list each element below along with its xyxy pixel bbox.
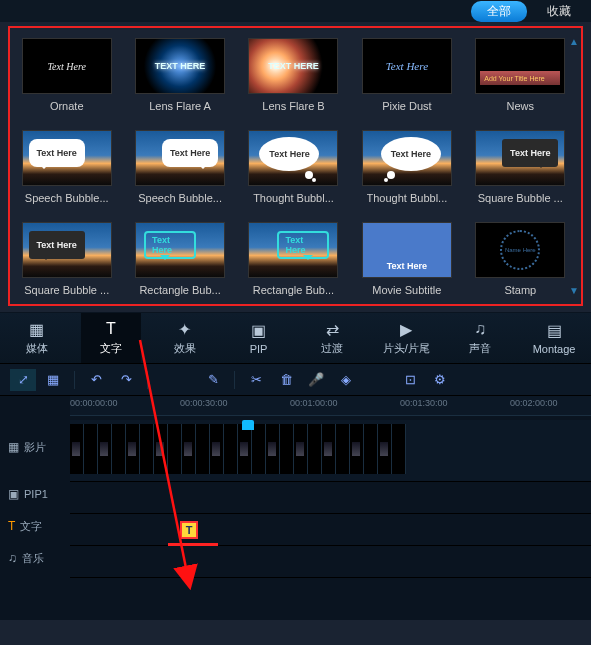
gallery-item-label: News [507,100,535,112]
gallery-thumb: Text Here [22,38,112,94]
video-clip[interactable] [84,424,98,474]
tab-text[interactable]: T文字 [81,313,141,363]
tab-label: 片头/片尾 [383,341,430,356]
tab-effect[interactable]: ✦效果 [155,313,215,363]
video-clip[interactable] [294,424,308,474]
gallery-item-label: Stamp [504,284,536,296]
pip-track-label: ▣PIP1 [0,478,70,510]
gallery-item-4[interactable]: Add Your Title HereNews [474,38,567,112]
music-track[interactable] [70,546,591,578]
gallery-item-3[interactable]: Text HerePixie Dust [360,38,453,112]
text-icon: T [106,320,116,338]
video-clip[interactable] [168,424,182,474]
scroll-down-icon[interactable]: ▼ [569,285,579,296]
gallery-thumb: TEXT HERE [135,38,225,94]
text-track[interactable]: T [70,514,591,546]
separator [234,371,235,389]
video-clip[interactable] [378,424,392,474]
zoom-tool[interactable]: ⤢ [10,369,36,391]
gallery-item-6[interactable]: Text HereSpeech Bubble... [133,130,226,204]
video-clip[interactable] [266,424,280,474]
tab-transition[interactable]: ⇄过渡 [302,313,362,363]
snapshot-button[interactable]: ⊡ [397,369,423,391]
video-clip[interactable] [252,424,266,474]
ruler-tick: 00:00:30:00 [180,398,228,408]
tab-pip[interactable]: ▣PIP [229,313,289,363]
video-track-label: ▦影片 [0,416,70,478]
time-ruler[interactable]: 00:00:00:0000:00:30:0000:01:00:0000:01:3… [70,396,591,416]
gallery-item-label: Speech Bubble... [138,192,222,204]
gallery-thumb: Text Here [135,222,225,278]
gallery-thumb: Text Here [475,130,565,186]
video-track[interactable] [70,420,591,482]
video-clip[interactable] [392,424,406,474]
delete-button[interactable]: 🗑 [273,369,299,391]
intro-icon: ▶ [400,320,412,338]
video-clip[interactable] [224,424,238,474]
gallery-item-2[interactable]: TEXT HERELens Flare B [247,38,340,112]
gallery-item-5[interactable]: Text HereSpeech Bubble... [20,130,113,204]
settings-button[interactable]: ⚙ [427,369,453,391]
gallery-item-14[interactable]: Name HereStamp [474,222,567,296]
gallery-item-label: Movie Subtitle [372,284,441,296]
all-button[interactable]: 全部 [471,1,527,22]
video-clip[interactable] [112,424,126,474]
montage-icon: ▤ [547,322,562,340]
video-clip[interactable] [364,424,378,474]
undo-button[interactable]: ↶ [83,369,109,391]
tab-label: Montage [533,343,576,355]
gallery-item-13[interactable]: Text HereMovie Subtitle [360,222,453,296]
video-clip[interactable] [322,424,336,474]
marker-button[interactable]: ◈ [333,369,359,391]
gallery-thumb: Text Here [362,130,452,186]
video-clip[interactable] [182,424,196,474]
video-clip[interactable] [210,424,224,474]
grid-tool[interactable]: ▦ [40,369,66,391]
gallery-item-9[interactable]: Text HereSquare Bubble ... [474,130,567,204]
video-clip[interactable] [308,424,322,474]
video-clip[interactable] [70,424,84,474]
tab-montage[interactable]: ▤Montage [524,313,584,363]
video-clip[interactable] [98,424,112,474]
gallery-item-10[interactable]: Text HereSquare Bubble ... [20,222,113,296]
gallery-item-0[interactable]: Text HereOrnate [20,38,113,112]
gallery-item-7[interactable]: Text HereThought Bubbl... [247,130,340,204]
favorites-link[interactable]: 收藏 [547,3,571,20]
pip-track[interactable] [70,482,591,514]
redo-button[interactable]: ↷ [113,369,139,391]
gallery-thumb: TEXT HERE [248,38,338,94]
cut-button[interactable]: ✂ [243,369,269,391]
gallery-item-12[interactable]: Text HereRectangle Bub... [247,222,340,296]
tab-label: 过渡 [321,341,343,356]
gallery-item-11[interactable]: Text HereRectangle Bub... [133,222,226,296]
mic-button[interactable]: 🎤 [303,369,329,391]
gallery-item-label: Pixie Dust [382,100,432,112]
tab-media[interactable]: ▦媒体 [7,313,67,363]
video-clip[interactable] [154,424,168,474]
gallery-item-label: Square Bubble ... [478,192,563,204]
text-icon: T [8,519,15,533]
ruler-tick: 00:00:00:00 [70,398,118,408]
video-clip[interactable] [140,424,154,474]
tab-sound[interactable]: ♫声音 [450,313,510,363]
gallery-thumb: Text Here [248,222,338,278]
gallery-thumb: Text Here [22,130,112,186]
separator [147,371,148,389]
tab-label: 媒体 [26,341,48,356]
video-clip[interactable] [238,424,252,474]
ruler-tick: 00:01:00:00 [290,398,338,408]
video-clip[interactable] [336,424,350,474]
scroll-up-icon[interactable]: ▲ [569,36,579,47]
tab-intro[interactable]: ▶片头/片尾 [376,313,436,363]
gallery-item-label: Rectangle Bub... [253,284,334,296]
text-clip[interactable]: T [180,521,198,539]
video-clip[interactable] [280,424,294,474]
video-clip[interactable] [196,424,210,474]
video-clip[interactable] [350,424,364,474]
edit-button[interactable]: ✎ [200,369,226,391]
video-clip[interactable] [126,424,140,474]
main-tabs: ▦媒体T文字✦效果▣PIP⇄过渡▶片头/片尾♫声音▤Montage [0,312,591,364]
gallery-item-8[interactable]: Text HereThought Bubbl... [360,130,453,204]
gallery-item-1[interactable]: TEXT HERELens Flare A [133,38,226,112]
gallery-thumb: Text Here [362,222,452,278]
